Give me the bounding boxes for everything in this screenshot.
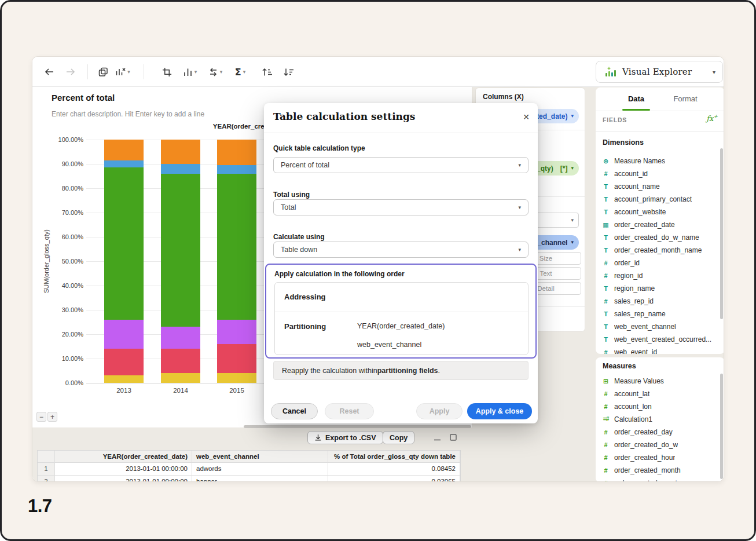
y-tick-label: 90.00% — [32, 160, 83, 168]
copy-button[interactable]: Copy — [383, 431, 414, 444]
field-name: Measure Values — [614, 377, 664, 385]
bar-segment[interactable] — [161, 349, 200, 373]
bar-segment[interactable] — [217, 344, 256, 373]
crop-icon[interactable] — [160, 65, 174, 79]
bar-segment[interactable] — [217, 165, 256, 174]
field-item[interactable]: #order_created_day — [596, 426, 724, 438]
field-item[interactable]: #order_created_quarter — [596, 477, 724, 482]
field-item[interactable]: Taccount_name — [596, 180, 724, 193]
forward-arrow-icon[interactable] — [64, 65, 78, 79]
chart-type-icon[interactable]: ▾ — [179, 65, 200, 79]
bar-segment[interactable] — [161, 373, 200, 383]
field-item[interactable]: ▦order_created_date — [596, 218, 724, 231]
bar-segment[interactable] — [104, 375, 144, 383]
field-name: order_created_date — [614, 221, 675, 229]
bar-segment[interactable] — [217, 174, 256, 320]
bar-segment[interactable] — [161, 327, 200, 349]
field-item[interactable]: #account_lat — [596, 388, 724, 400]
cancel-button[interactable]: Cancel — [271, 403, 318, 419]
maximize-icon[interactable] — [448, 432, 458, 443]
sort-ascending-icon[interactable] — [259, 65, 274, 79]
swap-axes-icon[interactable]: ▾ — [205, 65, 226, 79]
total-using-select[interactable]: Total ▾ — [273, 199, 529, 215]
field-item[interactable]: Tsales_rep_name — [596, 308, 724, 320]
reset-button[interactable]: Reset — [325, 403, 374, 419]
results-cell[interactable]: adwords — [192, 463, 328, 476]
results-cell[interactable]: 2 — [38, 476, 55, 482]
bar-segment[interactable] — [104, 320, 144, 349]
calculate-using-select[interactable]: Table down ▾ — [273, 242, 529, 258]
add-formula-icon[interactable]: ƒx+ — [706, 114, 718, 123]
calculation-order-highlight: Apply calculation in the following order… — [265, 264, 537, 359]
field-item[interactable]: Tweb_event_channel — [596, 320, 724, 333]
field-item[interactable]: #order_created_hour — [596, 451, 724, 464]
field-item[interactable]: Tweb_event_created_occurred... — [596, 333, 724, 346]
visual-explorer-button[interactable]: Visual Explorer ▾ — [596, 61, 723, 83]
duplicate-icon[interactable] — [96, 65, 110, 79]
bar-segment[interactable] — [217, 373, 256, 383]
apply-button[interactable]: Apply — [416, 403, 463, 419]
bar-segment[interactable] — [161, 174, 200, 327]
bar-segment[interactable] — [217, 320, 256, 344]
results-header-cell[interactable]: web_event_channel — [192, 451, 328, 463]
order-section-label: Apply calculation in the following order — [274, 270, 405, 278]
results-cell[interactable]: banner — [192, 476, 328, 482]
field-name: order_id — [614, 259, 640, 267]
tab-format[interactable]: Format — [662, 94, 709, 103]
bar-segment[interactable] — [104, 167, 144, 320]
bar-segment[interactable] — [161, 164, 200, 174]
export-csv-button[interactable]: Export to .CSV — [307, 431, 383, 444]
number-icon: # — [601, 260, 610, 266]
measures-scrollbar[interactable] — [720, 374, 723, 479]
results-cell[interactable]: 0.03065 — [328, 476, 460, 482]
results-header-cell[interactable]: YEAR(order_created_date) — [55, 451, 192, 463]
results-header-cell[interactable] — [38, 451, 55, 463]
apply-close-button[interactable]: Apply & close — [467, 403, 532, 419]
field-item[interactable]: #sales_rep_id — [596, 295, 724, 308]
field-item[interactable]: #web_event_id — [596, 346, 724, 354]
field-item[interactable]: =#Calculation1 — [596, 413, 724, 426]
bar-segment[interactable] — [104, 160, 144, 168]
horizontal-scrollbar[interactable] — [244, 425, 471, 428]
field-item[interactable]: Tregion_name — [596, 282, 724, 295]
aggregate-sigma-icon[interactable]: Σ ▾ — [230, 65, 250, 79]
field-item[interactable]: Taccount_primary_contact — [596, 193, 724, 206]
remove-chart-icon[interactable]: ▾ — [112, 65, 133, 79]
quick-calc-select[interactable]: Percent of total ▾ — [273, 157, 529, 173]
bar-segment[interactable] — [104, 349, 144, 375]
close-icon[interactable]: ✕ — [523, 112, 530, 122]
field-item[interactable]: Taccount_website — [596, 206, 724, 218]
zoom-in-button[interactable]: + — [47, 412, 57, 422]
bar-segment[interactable] — [217, 140, 256, 165]
field-item[interactable]: ⊞Measure Values — [596, 375, 724, 388]
minimize-icon[interactable] — [432, 432, 442, 443]
field-item[interactable]: #order_id — [596, 257, 724, 269]
dropdown-caret-icon: ▾ — [194, 70, 197, 75]
field-item[interactable]: Torder_created_do_w_name — [596, 231, 724, 244]
field-item[interactable]: #account_id — [596, 167, 724, 180]
field-item[interactable]: #account_lon — [596, 400, 724, 413]
dimensions-scrollbar[interactable] — [720, 148, 723, 319]
results-cell[interactable]: 2013-01-01 00:00:00 — [55, 463, 192, 476]
results-cell[interactable]: 1 — [38, 463, 55, 476]
back-arrow-icon[interactable] — [42, 65, 56, 79]
panel-divider — [596, 111, 724, 111]
chevron-down-icon: ▾ — [518, 205, 521, 210]
field-item[interactable]: #order_created_month — [596, 464, 724, 477]
field-item[interactable]: #order_created_do_w — [596, 438, 724, 451]
chevron-down-icon: ▾ — [571, 114, 574, 119]
field-item[interactable]: #region_id — [596, 269, 724, 282]
results-header-cell[interactable]: % of Total order_gloss_qty down table — [328, 451, 460, 463]
results-cell[interactable]: 2013-01-01 00:00:00 — [55, 476, 192, 482]
field-item[interactable]: Torder_created_month_name — [596, 244, 724, 257]
results-cell[interactable]: 0.08452 — [328, 463, 460, 476]
fields-header: FIELDS — [603, 116, 627, 123]
tab-data[interactable]: Data — [613, 94, 659, 103]
sort-descending-icon[interactable] — [281, 65, 296, 79]
export-csv-label: Export to .CSV — [325, 434, 376, 442]
zoom-out-button[interactable]: − — [36, 412, 46, 422]
field-item[interactable]: ⊛Measure Names — [596, 155, 724, 167]
number-icon: # — [601, 273, 610, 279]
bar-segment[interactable] — [104, 140, 144, 160]
bar-segment[interactable] — [161, 140, 200, 164]
